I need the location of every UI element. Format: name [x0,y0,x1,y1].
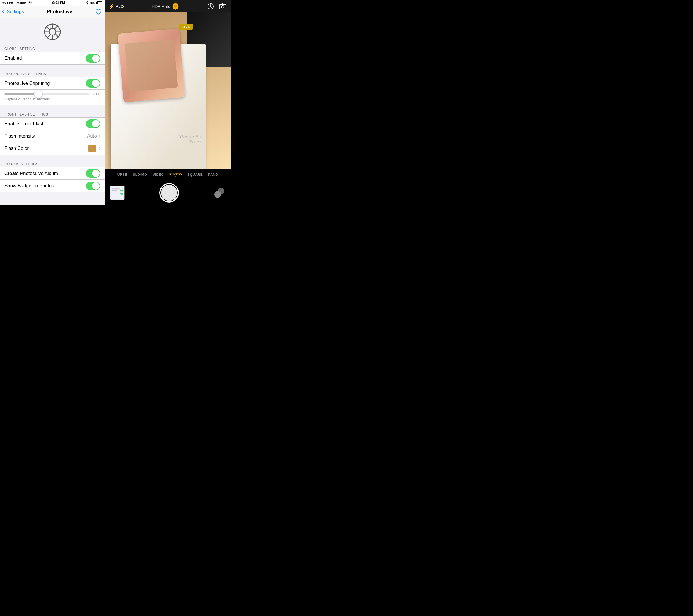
toggle-thumb-3 [92,120,100,127]
toggle-thumb [92,55,100,62]
photoslive-settings-group: PhotosLive Capturing 2.00 Capture durati… [0,77,105,105]
battery-percent: 28% [90,1,95,4]
bluetooth-icon [86,1,88,5]
svg-point-1 [49,28,56,35]
wifi-icon [27,1,32,4]
create-album-label: Create PhotosLive Album [4,171,58,176]
flash-intensity-row[interactable]: Flash Intensity Auto [0,130,105,142]
create-album-row[interactable]: Create PhotosLive Album [0,167,105,180]
live-badge[interactable]: LIVE [179,24,193,29]
signal-dots [2,2,13,4]
flash-bolt-icon: ⚡ [109,4,115,9]
toggle-thumb-5 [92,182,100,190]
iphone-box: iPhone 6s iPhone [111,43,206,169]
photos-settings-group: Create PhotosLive Album Show Badge on Ph… [0,167,105,192]
slider-caption: Capture duration in seconds. [4,96,100,103]
flash-control[interactable]: ⚡ Auto [109,4,124,9]
mode-video[interactable]: VIDEO [150,173,166,177]
section-gap-1 [0,65,105,70]
flash-label: Auto [116,4,124,8]
settings-content: GLOBAL SETTING Enabled PHOTOSLIVE SETTIN… [0,45,105,205]
photos-settings-header: PHOTOS SETTINGS [0,160,105,167]
camera-bottom-bar [105,180,231,205]
app-icon-area [0,18,105,45]
mode-pano[interactable]: PANO [205,173,221,177]
svg-line-9 [177,8,178,9]
shutter-button[interactable] [159,183,179,202]
create-album-toggle[interactable] [86,169,100,178]
svg-line-14 [211,6,212,7]
svg-rect-21 [112,190,123,190]
enabled-row[interactable]: Enabled [0,52,105,64]
flash-intensity-chevron [97,135,100,138]
section-gap-2 [0,105,105,110]
time-label: 9:01 PM [53,1,65,5]
capturing-row[interactable]: PhotosLive Capturing [0,77,105,90]
timer-icon[interactable] [207,2,214,10]
slider-container: 2.00 [4,92,100,96]
slider-fill [4,94,38,95]
mode-square[interactable]: SQUARE [185,173,205,177]
hdr-icon [172,2,179,10]
carrier-label: T-Mobile [14,1,26,4]
svg-rect-20 [112,188,120,189]
mode-photo[interactable]: PHOTO [166,173,185,177]
show-badge-label: Show Badge on Photos [4,183,54,188]
flash-color-label: Flash Color [4,146,29,151]
status-bar: T-Mobile 9:01 PM 28% [0,0,105,5]
enable-front-flash-label: Enable Front Flash [4,121,45,127]
show-badge-toggle[interactable] [86,182,100,190]
enable-front-flash-row[interactable]: Enable Front Flash [0,118,105,130]
status-left: T-Mobile [2,1,32,4]
settings-panel: T-Mobile 9:01 PM 28% Settings [0,0,105,205]
photo-thumbnail[interactable] [110,185,125,200]
flip-circle-b [214,191,221,198]
slider-track[interactable] [4,94,89,95]
hdr-label: HDR Auto [152,4,171,9]
flip-circles [214,188,224,198]
global-setting-group: Enabled [0,52,105,65]
viewfinder: iPhone 6s iPhone LIVE [105,12,231,169]
flash-intensity-value: Auto [87,133,100,139]
thumbnail-preview [111,186,124,200]
camera-panel: ⚡ Auto HDR Auto [105,0,231,205]
svg-line-10 [177,4,178,4]
toggle-thumb-2 [92,80,100,87]
camera-controls-right [207,2,226,10]
flash-color-row[interactable]: Flash Color [0,142,105,155]
flash-color-swatch [88,144,96,152]
front-flash-toggle[interactable] [86,119,100,128]
back-chevron [2,9,6,14]
toggle-thumb-4 [92,170,100,177]
duration-slider-row: 2.00 Capture duration in seconds. [0,90,105,105]
svg-rect-23 [120,190,124,192]
slider-thumb[interactable] [34,90,42,98]
svg-line-11 [173,8,174,9]
status-right: 28% [86,1,102,5]
camera-mode-bar: URSE SLO-MO VIDEO PHOTO SQUARE PANO [105,169,231,180]
box-iphone-subtext: iPhone [179,139,201,144]
capturing-toggle[interactable] [86,79,100,87]
app-icon [44,23,61,40]
enabled-label: Enabled [4,56,22,61]
hdr-control[interactable]: HDR Auto [152,2,179,10]
bottom-spacer [0,192,105,198]
global-setting-header: GLOBAL SETTING [0,45,105,52]
front-flash-group: Enable Front Flash Flash Intensity Auto … [0,117,105,155]
enabled-toggle[interactable] [86,54,100,63]
svg-point-3 [174,5,177,7]
back-label: Settings [7,9,24,15]
flash-intensity-text: Auto [87,133,97,139]
shutter-inner [161,185,177,201]
mode-curse[interactable]: URSE [115,173,130,177]
camera-flip-button[interactable] [213,187,225,199]
back-button[interactable]: Settings [3,9,24,15]
mode-slomo[interactable]: SLO-MO [130,173,150,177]
svg-rect-22 [112,190,117,191]
svg-rect-26 [120,193,124,195]
flash-intensity-label: Flash Intensity [4,133,35,139]
camera-flip-icon[interactable] [219,2,226,10]
favorite-button[interactable] [95,8,102,15]
front-flash-header: FRONT FLASH SETTINGS [0,110,105,117]
show-badge-row[interactable]: Show Badge on Photos [0,180,105,192]
